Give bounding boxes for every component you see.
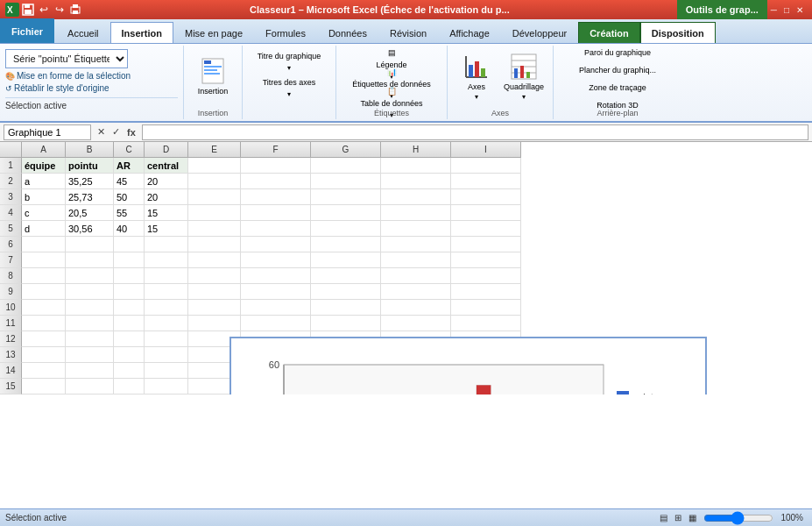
cell-empty[interactable] [241,221,311,237]
cell-empty[interactable] [188,158,241,174]
cell-empty[interactable] [241,316,311,331]
cell-empty[interactable] [451,174,521,189]
cell-empty[interactable] [188,237,241,252]
cell[interactable]: 55 [114,205,145,221]
tab-affichage[interactable]: Affichage [438,22,501,43]
tab-disposition[interactable]: Disposition [640,22,716,43]
cell-empty[interactable] [381,300,451,316]
serie-dropdown[interactable]: Série "pointu" Étiquettes de dor... [5,49,128,68]
cell[interactable] [114,237,145,252]
quadrillage-button[interactable]: Quadrillage ▾ [502,50,546,103]
redo-icon[interactable]: ↪ [53,3,67,17]
undo-icon[interactable]: ↩ [37,3,51,17]
cell-empty[interactable] [381,221,451,237]
cell-empty[interactable] [451,158,521,174]
cell-empty[interactable] [241,268,311,284]
cell[interactable] [114,379,145,394]
cell-empty[interactable] [311,284,381,300]
cell[interactable] [145,252,188,268]
cell[interactable] [114,268,145,284]
cell[interactable] [145,268,188,284]
cell[interactable] [66,284,114,300]
cell-empty[interactable] [381,316,451,331]
cell-empty[interactable] [381,237,451,252]
cell-empty[interactable] [188,205,241,221]
cell-empty[interactable] [311,237,381,252]
tab-developpeur[interactable]: Développeur [501,22,578,43]
cell[interactable] [66,363,114,379]
view-normal-icon[interactable]: ▤ [660,513,667,522]
plancher-button[interactable]: Plancher du graphiq... [561,65,674,81]
cell-empty[interactable] [381,205,451,221]
cell-empty[interactable] [311,174,381,189]
cell[interactable] [22,252,66,268]
tab-creation[interactable]: Création [578,22,640,43]
cell[interactable]: 30,56 [66,221,114,237]
cell[interactable]: 15 [145,205,188,221]
cell[interactable]: 45 [114,174,145,189]
mise-en-forme-link[interactable]: 🎨 Mise en forme de la sélection [5,71,178,81]
cell[interactable] [66,331,114,347]
cell[interactable]: 50 [114,189,145,205]
cell[interactable]: 15 [145,221,188,237]
cell[interactable]: 35,25 [66,174,114,189]
cell[interactable]: 20 [145,189,188,205]
print-icon[interactable] [68,3,82,17]
confirm-formula-icon[interactable]: ✓ [109,126,123,138]
cell[interactable] [22,237,66,252]
zoom-slider[interactable] [703,511,773,525]
titres-axes-button[interactable]: axe Titres des axes ▾ [250,74,328,98]
cell[interactable] [66,237,114,252]
cell[interactable] [22,347,66,363]
cell[interactable]: b [22,189,66,205]
cell[interactable] [66,347,114,363]
tab-donnees[interactable]: Données [317,22,378,43]
cell-empty[interactable] [241,158,311,174]
cell-empty[interactable] [188,300,241,316]
name-box[interactable] [4,124,91,140]
cell[interactable] [114,331,145,347]
cancel-formula-icon[interactable]: ✕ [95,126,108,138]
cell-empty[interactable] [311,158,381,174]
cell[interactable] [114,347,145,363]
zone-tracage-button[interactable]: Zone de traçage [561,82,674,98]
cell[interactable] [22,331,66,347]
cell-empty[interactable] [381,174,451,189]
cell[interactable] [114,363,145,379]
cell-empty[interactable] [381,158,451,174]
cell-empty[interactable] [188,221,241,237]
cell-empty[interactable] [241,237,311,252]
cell[interactable] [145,363,188,379]
save-icon[interactable] [21,3,35,17]
cell[interactable] [145,331,188,347]
cell-empty[interactable] [451,237,521,252]
cell-empty[interactable] [451,205,521,221]
cell-empty[interactable] [188,316,241,331]
cell-empty[interactable] [381,189,451,205]
tab-fichier[interactable]: Fichier [0,18,54,43]
cell-empty[interactable] [311,205,381,221]
insertion-button[interactable]: Insertion [191,50,235,103]
cell-empty[interactable] [188,268,241,284]
titre-graphique-button[interactable]: Titre Titre du graphique ▾ [250,47,328,72]
cell-empty[interactable] [451,221,521,237]
cell[interactable] [145,379,188,394]
cell[interactable] [145,300,188,316]
cell-empty[interactable] [311,221,381,237]
table-donnees-button[interactable]: 📋 Table de données ▾ [343,86,440,103]
cell[interactable]: AR [114,158,145,174]
cell[interactable] [114,252,145,268]
cell[interactable] [145,284,188,300]
cell[interactable] [22,363,66,379]
cell[interactable] [22,316,66,331]
cell-empty[interactable] [241,284,311,300]
cell-empty[interactable] [241,252,311,268]
cell-empty[interactable] [311,300,381,316]
maximize-button[interactable]: □ [780,5,793,15]
cell[interactable] [114,316,145,331]
cell[interactable] [66,316,114,331]
cell[interactable] [145,316,188,331]
cell-empty[interactable] [451,252,521,268]
paroi-button[interactable]: Paroi du graphique [561,47,674,63]
retablir-link[interactable]: ↺ Rétablir le style d'origine [5,83,178,93]
